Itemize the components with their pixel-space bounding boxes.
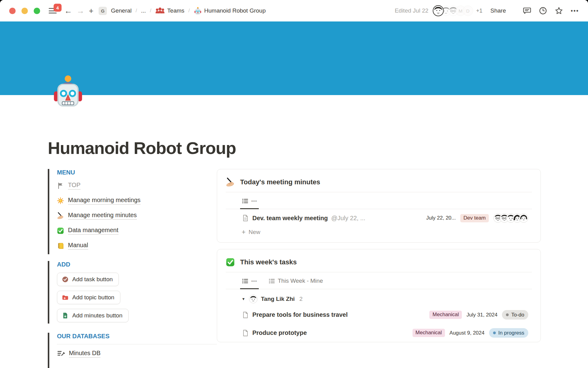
sidebar-toggle-button[interactable]: 4 bbox=[49, 7, 58, 14]
sun-icon bbox=[57, 197, 64, 204]
left-column: MENU TOP Manage morning meetings Manage … bbox=[48, 169, 217, 368]
meeting-row[interactable]: Dev. team weekly meeting @July 22, ... J… bbox=[226, 209, 532, 227]
tab-label: --- bbox=[251, 197, 257, 204]
page-icon-robot[interactable] bbox=[51, 74, 85, 109]
tab-label: This Week - Mine bbox=[278, 278, 323, 284]
view-tab-default[interactable]: --- bbox=[240, 273, 259, 289]
breadcrumb-general[interactable]: General bbox=[110, 7, 133, 15]
green-check-icon bbox=[57, 227, 64, 234]
view-tab-this-week-mine[interactable]: This Week - Mine bbox=[267, 273, 325, 289]
robot-icon bbox=[194, 7, 202, 15]
status-label: To-do bbox=[511, 312, 524, 318]
share-button[interactable]: Share bbox=[488, 6, 508, 15]
folder-plus-icon bbox=[62, 294, 69, 301]
weekly-tasks-card: This week's tasks --- This Week - Mine bbox=[217, 249, 541, 342]
menu-link-manual[interactable]: Manual bbox=[57, 238, 217, 253]
group-person-name: Tang Lik Zhi bbox=[261, 296, 295, 302]
add-task-button[interactable]: Add task button bbox=[57, 273, 119, 286]
breadcrumb-teams[interactable]: Teams bbox=[154, 6, 186, 15]
breadcrumb-collapsed[interactable]: ... bbox=[140, 7, 147, 15]
more-options-button[interactable]: ••• bbox=[570, 6, 579, 15]
date-mention: @July 22, ... bbox=[331, 215, 365, 222]
green-check-icon bbox=[226, 258, 235, 267]
add-minutes-button[interactable]: Add minutes button bbox=[57, 309, 129, 322]
right-column: Today's meeting minutes --- Dev. tea bbox=[217, 169, 541, 342]
group-count: 2 bbox=[299, 296, 303, 302]
add-heading: ADD bbox=[57, 261, 217, 268]
avatar-initial: D bbox=[463, 6, 473, 16]
writing-hand-icon bbox=[226, 178, 235, 187]
attendee-avatars bbox=[493, 213, 528, 223]
breadcrumb-separator: / bbox=[150, 8, 151, 14]
back-button[interactable]: ← bbox=[62, 6, 74, 16]
collaborator-avatars[interactable]: M D bbox=[433, 5, 473, 16]
writing-hand-icon bbox=[57, 212, 64, 219]
button-label: Add task button bbox=[72, 276, 113, 283]
category-tag[interactable]: Mechanical bbox=[413, 329, 445, 337]
star-icon bbox=[555, 6, 563, 15]
task-check-icon bbox=[62, 276, 69, 283]
meeting-date: July 22, 20... bbox=[426, 215, 456, 221]
new-tab-button[interactable]: + bbox=[87, 6, 96, 16]
breadcrumb-current-page[interactable]: Humanoid Robot Group bbox=[193, 6, 267, 15]
databases-section: OUR DATABASES Minutes DB bbox=[48, 333, 217, 368]
status-badge[interactable]: To-do bbox=[502, 310, 528, 320]
menu-link-meeting-minutes[interactable]: Manage meeting minutes bbox=[57, 208, 217, 223]
avatar bbox=[249, 295, 258, 303]
zoom-window-button[interactable] bbox=[34, 8, 40, 14]
databases-heading: OUR DATABASES bbox=[57, 333, 217, 340]
close-window-button[interactable] bbox=[9, 8, 16, 14]
menu-link-morning-meetings[interactable]: Manage morning meetings bbox=[57, 193, 217, 208]
edited-timestamp: Edited Jul 22 bbox=[395, 7, 428, 14]
collapse-triangle-icon[interactable]: ▼ bbox=[242, 297, 245, 301]
history-button[interactable] bbox=[538, 6, 548, 15]
view-tab-default[interactable]: --- bbox=[240, 193, 259, 209]
due-date: July 31, 2024 bbox=[466, 312, 497, 318]
group-header-row[interactable]: ▼ Tang Lik Zhi 2 bbox=[226, 289, 532, 306]
card-title: This week's tasks bbox=[240, 258, 297, 266]
breadcrumb-separator: / bbox=[136, 8, 137, 14]
task-title: Produce prototype bbox=[252, 329, 307, 336]
list-view-icon bbox=[269, 278, 275, 284]
card-title: Today's meeting minutes bbox=[240, 178, 320, 186]
status-dot bbox=[506, 313, 509, 316]
category-tag[interactable]: Mechanical bbox=[429, 311, 462, 319]
task-row[interactable]: Produce prototype Mechanical August 9, 2… bbox=[226, 324, 532, 342]
page-title[interactable]: Humanoid Robot Group bbox=[48, 95, 541, 158]
task-row[interactable]: Prepare tools for business travel Mechan… bbox=[226, 306, 532, 324]
traffic-lights bbox=[9, 8, 40, 14]
app-window: 4 ← → + G General / ... / Teams / Humano… bbox=[0, 0, 588, 368]
more-collaborators[interactable]: +1 bbox=[476, 8, 483, 14]
window-titlebar: 4 ← → + G General / ... / Teams / Humano… bbox=[0, 0, 588, 21]
add-topic-button[interactable]: Add topic button bbox=[57, 291, 120, 304]
forward-button[interactable]: → bbox=[74, 6, 87, 16]
workspace-icon[interactable]: G bbox=[99, 7, 107, 15]
team-tag[interactable]: Dev team bbox=[460, 214, 489, 222]
meetings-database-view: --- Dev. team weekly meeting @July 22, .… bbox=[226, 193, 532, 242]
flag-icon bbox=[57, 182, 64, 189]
divider bbox=[226, 192, 532, 192]
clock-icon bbox=[539, 6, 547, 15]
comment-icon bbox=[523, 6, 531, 15]
menu-link-label: Manual bbox=[68, 242, 88, 250]
page-icon bbox=[242, 214, 249, 222]
menu-link-data-management[interactable]: Data management bbox=[57, 223, 217, 238]
tasks-database-view: --- This Week - Mine ▼ Tang Lik Zhi 2 bbox=[226, 273, 532, 342]
breadcrumb-teams-label: Teams bbox=[167, 7, 184, 14]
db-link-label: Minutes DB bbox=[69, 350, 100, 358]
menu-link-top[interactable]: TOP bbox=[57, 178, 217, 193]
menu-link-label: Manage meeting minutes bbox=[68, 212, 137, 220]
comments-button[interactable] bbox=[522, 6, 532, 15]
status-badge[interactable]: In progress bbox=[489, 328, 528, 338]
page-cover[interactable] bbox=[0, 21, 588, 95]
favorite-button[interactable] bbox=[554, 6, 564, 15]
minutes-db-link[interactable]: Minutes DB bbox=[57, 344, 217, 358]
new-meeting-button[interactable]: + New bbox=[226, 227, 532, 242]
minimize-window-button[interactable] bbox=[21, 8, 28, 14]
menu-heading: MENU bbox=[57, 169, 217, 176]
divider bbox=[226, 272, 532, 272]
status-dot bbox=[493, 332, 496, 334]
ellipsis-icon: ••• bbox=[571, 7, 579, 14]
button-label: Add minutes button bbox=[72, 312, 123, 319]
breadcrumb-separator: / bbox=[188, 8, 190, 14]
